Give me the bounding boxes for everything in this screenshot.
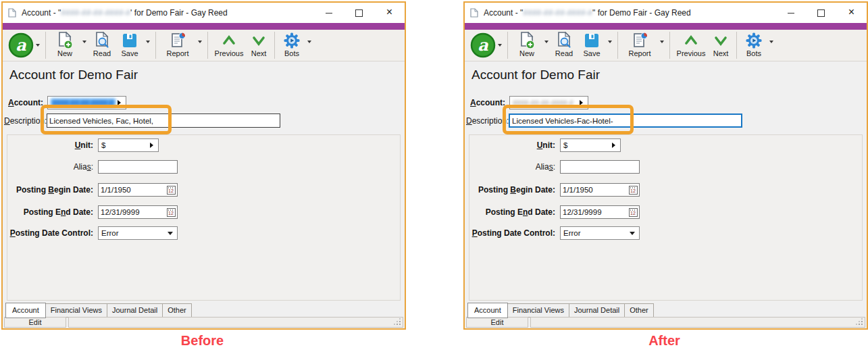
alias-input[interactable] (560, 160, 640, 174)
maximize-button[interactable] (806, 3, 836, 23)
app-logo-icon: a (470, 32, 496, 58)
bots-dropdown-arrow[interactable] (307, 41, 311, 43)
chevron-down-icon (250, 31, 267, 49)
report-dropdown-arrow[interactable] (660, 41, 664, 43)
read-document-icon (555, 31, 573, 49)
tab-account[interactable]: Account (467, 303, 508, 318)
read-label: Read (93, 49, 111, 57)
minimize-button[interactable] (775, 3, 806, 23)
window-title-prefix: Account - " (484, 8, 523, 18)
app-logo-button[interactable]: a (8, 32, 34, 58)
titlebar-accent-bar (3, 23, 405, 30)
next-button[interactable]: Next (709, 30, 733, 61)
report-icon (169, 31, 186, 49)
new-button[interactable]: New (511, 30, 542, 61)
posting-date-control-select[interactable]: Error (98, 226, 178, 240)
tab-financial-views[interactable]: Financial Views (507, 303, 569, 318)
posting-end-date-label: Posting End Date: (469, 205, 555, 219)
titlebar[interactable]: Account - "####-##-##-####-#' for Demo F… (3, 3, 405, 23)
titlebar[interactable]: Account - "####-##-##-####-#" for Demo F… (465, 3, 867, 23)
app-logo-button[interactable]: a (470, 32, 496, 58)
previous-button[interactable]: Previous (211, 30, 247, 61)
posting-date-control-label: Posting Date Control: (7, 226, 93, 240)
save-button[interactable]: Save (116, 30, 144, 61)
new-dropdown-arrow[interactable] (82, 41, 86, 43)
tab-journal-detail[interactable]: Journal Detail (107, 303, 163, 318)
minimize-icon (788, 13, 794, 14)
posting-begin-date-field: 12 (98, 183, 178, 197)
alias-label: Alias: (469, 160, 555, 174)
tab-financial-views[interactable]: Financial Views (45, 303, 107, 318)
chevron-down-icon (712, 31, 730, 49)
report-label: Report (166, 49, 188, 57)
report-icon (631, 31, 648, 49)
status-bar: Edit (3, 317, 405, 328)
resize-grip[interactable] (399, 324, 401, 325)
bots-button[interactable]: Bots (278, 30, 305, 61)
posting-date-control-value: Error (563, 229, 581, 237)
dropdown-arrow-icon (168, 232, 173, 235)
bots-gear-icon (745, 31, 763, 49)
calendar-icon: 12 (167, 208, 176, 217)
chevron-up-icon (682, 31, 700, 49)
unit-dropdown[interactable]: $ (98, 138, 159, 152)
save-dropdown-arrow[interactable] (608, 41, 612, 43)
description-input[interactable] (47, 113, 280, 128)
maximize-button[interactable] (344, 3, 374, 23)
unit-dropdown[interactable]: $ (560, 138, 621, 152)
close-button[interactable]: × (836, 3, 867, 23)
page-title: Account for Demo Fair (471, 68, 600, 82)
report-button[interactable]: Report (621, 30, 658, 61)
logo-dropdown-arrow[interactable] (36, 44, 40, 47)
tab-other[interactable]: Other (624, 303, 654, 318)
close-button[interactable]: × (374, 3, 405, 23)
report-button[interactable]: Report (159, 30, 196, 61)
close-icon: × (386, 7, 392, 18)
previous-label: Previous (215, 49, 244, 57)
unit-dropdown-arrow (612, 143, 615, 148)
read-button[interactable]: Read (551, 30, 578, 61)
account-value-redacted: ####-##-##-####-# (513, 99, 573, 107)
document-icon (8, 8, 16, 18)
calendar-icon: 12 (629, 208, 638, 217)
description-input[interactable] (509, 113, 742, 128)
logo-dropdown-arrow[interactable] (498, 44, 502, 47)
account-dropdown[interactable]: ####-##-##-####-# (509, 96, 588, 109)
account-detail-group: Unit: $ Alias: Posting Begin Date: 12 Po… (469, 134, 863, 301)
alias-input[interactable] (98, 160, 178, 174)
after-caption: After (462, 333, 867, 349)
next-button[interactable]: Next (247, 30, 271, 61)
previous-button[interactable]: Previous (673, 30, 709, 61)
calendar-button[interactable]: 12 (165, 207, 176, 218)
tab-strip: Account Financial Views Journal Detail O… (465, 303, 867, 318)
minimize-button[interactable] (313, 3, 344, 23)
account-dropdown[interactable]: ####-##-##-####-# (47, 96, 126, 109)
window-title-suffix: " for Demo Fair - Gay Reed (592, 8, 691, 18)
description-label: Description: (4, 114, 45, 128)
new-button[interactable]: New (49, 30, 80, 61)
account-dropdown-arrow (580, 100, 583, 105)
calendar-button[interactable]: 12 (165, 184, 176, 195)
bots-dropdown-arrow[interactable] (769, 41, 773, 43)
calendar-button[interactable]: 12 (628, 184, 638, 195)
resize-grip[interactable] (861, 324, 863, 325)
report-dropdown-arrow[interactable] (198, 41, 202, 43)
unit-dropdown-arrow (150, 143, 153, 148)
next-label: Next (713, 49, 729, 57)
read-document-icon (93, 31, 111, 49)
toolbar-separator (45, 32, 46, 59)
new-dropdown-arrow[interactable] (544, 41, 548, 43)
read-label: Read (555, 49, 573, 57)
save-dropdown-arrow[interactable] (146, 41, 150, 43)
save-button[interactable]: Save (578, 30, 606, 61)
read-button[interactable]: Read (88, 30, 116, 61)
bots-button[interactable]: Bots (740, 30, 767, 61)
window-title: Account - "####-##-##-####-#' for Demo F… (22, 8, 228, 18)
tab-other[interactable]: Other (162, 303, 192, 318)
posting-date-control-select[interactable]: Error (560, 226, 640, 240)
calendar-button[interactable]: 12 (628, 207, 638, 218)
tab-journal-detail[interactable]: Journal Detail (569, 303, 625, 318)
description-label: Description: (466, 114, 507, 128)
tab-account[interactable]: Account (5, 303, 46, 318)
posting-end-date-field: 12 (560, 205, 640, 219)
